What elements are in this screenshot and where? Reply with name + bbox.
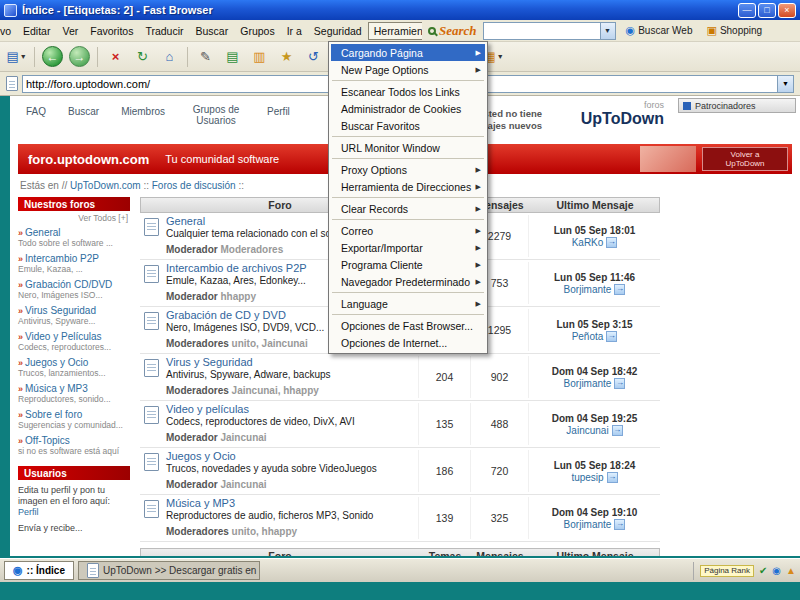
goto-post-icon[interactable]: →	[614, 284, 625, 295]
menu-grupos[interactable]: Grupos	[234, 22, 280, 40]
menu-traducir[interactable]: Traducir	[139, 22, 189, 40]
refresh-button[interactable]: ↻	[130, 45, 155, 69]
address-dropdown-icon[interactable]: ▼	[777, 76, 793, 92]
sidebar-item-p2p[interactable]: »Intercambio P2P Emule, Kazaa, ...	[18, 253, 130, 274]
view-all-link[interactable]: Ver Todos [+]	[18, 211, 130, 227]
sidebar-item-virus[interactable]: »Virus Seguridad Antivirus, Spyware...	[18, 305, 130, 326]
status-globe-icon[interactable]: ◉	[772, 566, 781, 576]
menu-seguridad[interactable]: Seguridad	[308, 22, 368, 40]
last-post-date: Dom 04 Sep 19:10	[552, 507, 638, 518]
site-logo[interactable]: foros UpToDown	[581, 100, 664, 128]
menu-item-exportar-importar[interactable]: Exportar/Importar▶	[331, 239, 485, 256]
sidebar-item-general[interactable]: »General Todo sobre el software ...	[18, 227, 130, 248]
nav-grupos-usuarios[interactable]: Grupos de Usuarios	[187, 104, 245, 126]
last-post-date: Dom 04 Sep 19:25	[552, 413, 638, 424]
menu-buscar[interactable]: Buscar	[190, 22, 235, 40]
menu-favoritos[interactable]: Favoritos	[84, 22, 139, 40]
last-post-author-link[interactable]: Peñota	[572, 331, 604, 342]
arrow-icon: »	[18, 410, 23, 420]
shopping-button[interactable]: ▣ Shopping	[702, 23, 766, 38]
perfil-link[interactable]: Perfil	[18, 507, 39, 517]
tab-uptodown-descargar[interactable]: UpToDown >> Descargar gratis en e	[78, 561, 260, 580]
last-post-author-link[interactable]: Borjimante	[564, 519, 612, 530]
menu-item-proxy-options[interactable]: Proxy Options▶	[331, 161, 485, 178]
goto-post-icon[interactable]: →	[614, 519, 625, 530]
buscar-web-button[interactable]: ◉ Buscar Web	[622, 23, 697, 38]
menu-item-new-page-options[interactable]: New Page Options▶	[331, 61, 485, 78]
last-post-author-link[interactable]: Borjimante	[564, 378, 612, 389]
nav-perfil[interactable]: Perfil	[267, 106, 290, 117]
breadcrumb-site-link[interactable]: UpToDown.com	[70, 180, 141, 191]
sidebar-item-juegos[interactable]: »Juegos y Ocio Trucos, lanzamientos...	[18, 357, 130, 378]
forum-link[interactable]: Música y MP3	[166, 497, 412, 510]
back-icon: ←	[42, 46, 63, 67]
sidebar-item-grabacion[interactable]: »Grabación CD/DVD Nero, Imágenes ISO...	[18, 279, 130, 300]
sidebar-item-sobre-foro[interactable]: »Sobre el foro Sugerencias y comunidad..…	[18, 409, 130, 430]
new-page-button[interactable]: ▤ ▼	[4, 45, 29, 69]
goto-post-icon[interactable]: →	[614, 378, 625, 389]
breadcrumb-forum-link[interactable]: Foros de discusión	[152, 180, 236, 191]
tab-indice[interactable]: ◉ :: Índice	[4, 561, 74, 580]
history-button[interactable]: ↺	[301, 45, 326, 69]
menu-item-navegador-predeterminado[interactable]: Navegador Predeterminado▶	[331, 273, 485, 290]
nav-buscar[interactable]: Buscar	[68, 106, 99, 117]
menu-ver[interactable]: Ver	[56, 22, 84, 40]
stop-button[interactable]: ×	[103, 45, 128, 69]
moderator-label: Moderador	[166, 432, 218, 443]
menu-item-opciones-fast-browser[interactable]: Opciones de Fast Browser...	[331, 317, 485, 334]
menu-item-correo[interactable]: Correo▶	[331, 222, 485, 239]
goto-post-icon[interactable]: →	[606, 331, 617, 342]
goto-post-icon[interactable]: →	[606, 237, 617, 248]
menu-item-admin-cookies[interactable]: Administrador de Cookies	[331, 100, 485, 117]
menu-item-language[interactable]: Language▶	[331, 295, 485, 312]
page-icon	[87, 563, 99, 578]
close-button[interactable]: ×	[778, 3, 796, 18]
last-post-author-link[interactable]: tupesip	[571, 472, 603, 483]
home-button[interactable]: ⌂	[157, 45, 182, 69]
last-post-author-link[interactable]: Jaincunai	[566, 425, 608, 436]
menu-ir-a[interactable]: Ir a	[281, 22, 308, 40]
menu-editar[interactable]: Editar	[17, 22, 56, 40]
breadcrumb-sep: ::	[143, 180, 149, 191]
menu-item-cargando-pagina[interactable]: Cargando Página▶	[331, 44, 485, 61]
last-post-author-link[interactable]: Borjimante	[564, 284, 612, 295]
menu-item-opciones-internet[interactable]: Opciones de Internet...	[331, 334, 485, 351]
forum-link[interactable]: Juegos y Ocio	[166, 450, 412, 463]
menu-herramientas[interactable]: Herramientas	[368, 22, 422, 40]
status-alert-icon[interactable]: ▲	[786, 566, 796, 576]
goto-post-icon[interactable]: →	[607, 472, 618, 483]
last-post-author-link[interactable]: KaRKo	[572, 237, 604, 248]
favorites-button[interactable]: ★	[274, 45, 299, 69]
fill-forms-button[interactable]: ✎	[193, 45, 218, 69]
history-icon: ↺	[308, 50, 319, 63]
patrocinadores-button[interactable]: Patrocinadores	[678, 98, 796, 113]
menu-item-herramienta-direcciones[interactable]: Herramienta de Direcciones▶	[331, 178, 485, 195]
menu-item-programa-cliente[interactable]: Programa Cliente▶	[331, 256, 485, 273]
translate-button[interactable]: ▤	[220, 45, 245, 69]
menu-item-escanear-links[interactable]: Escanear Todos los Links	[331, 83, 485, 100]
moderator-label: Moderadores	[166, 385, 229, 396]
sidebar-item-video[interactable]: »Video y Películas Codecs, reproductores…	[18, 331, 130, 352]
status-check-icon[interactable]: ✔	[759, 566, 767, 576]
sidebar-item-desc: Trucos, lanzamientos...	[18, 369, 130, 378]
search-dropdown-icon[interactable]: ▼	[601, 22, 616, 40]
back-button[interactable]: ←	[40, 45, 65, 69]
nav-faq[interactable]: FAQ	[26, 106, 46, 117]
scripts-button[interactable]: ▥	[247, 45, 272, 69]
menu-item-buscar-favoritos[interactable]: Buscar Favoritos	[331, 117, 485, 134]
search-input[interactable]	[483, 22, 601, 40]
menu-item-url-monitor[interactable]: URL Monitor Window	[331, 139, 485, 156]
menu-archivo[interactable]: Archivo	[0, 22, 17, 40]
minimize-button[interactable]: —	[738, 3, 756, 18]
menu-separator	[332, 219, 484, 220]
forward-button[interactable]: →	[67, 45, 92, 69]
forum-link[interactable]: Virus y Seguridad	[166, 356, 412, 369]
forum-link[interactable]: Video y películas	[166, 403, 412, 416]
sidebar-item-musica[interactable]: »Música y MP3 Reproductores, sonido...	[18, 383, 130, 404]
goto-post-icon[interactable]: →	[612, 425, 623, 436]
maximize-button[interactable]: □	[758, 3, 776, 18]
nav-miembros[interactable]: Miembros	[121, 106, 165, 117]
menu-item-clear-records[interactable]: Clear Records▶	[331, 200, 485, 217]
volver-uptodown-button[interactable]: Volver a UpToDown	[702, 147, 788, 171]
sidebar-item-offtopics[interactable]: »Off-Topics si no es software está aquí	[18, 435, 130, 456]
